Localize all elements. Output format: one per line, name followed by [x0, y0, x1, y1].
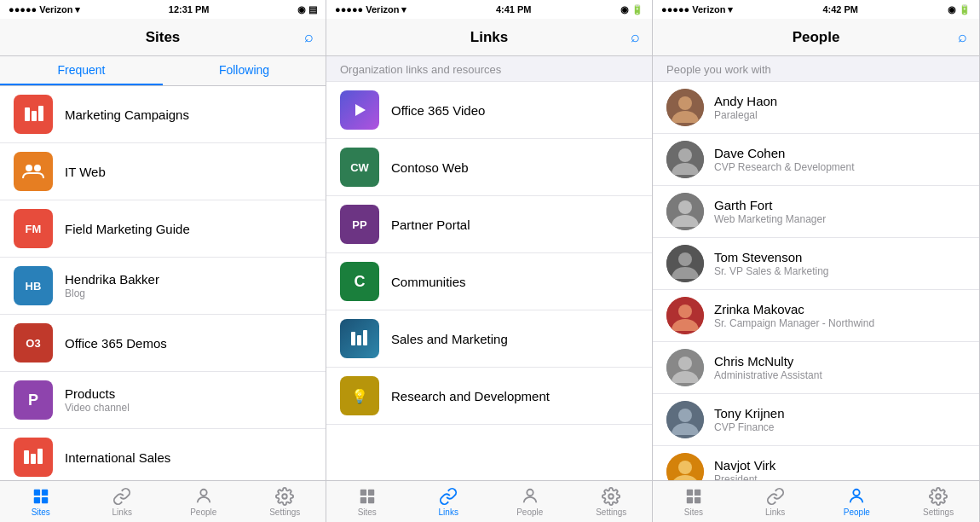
link-text-partner: Partner Portal — [391, 218, 470, 232]
site-icon-o365: O3 — [14, 323, 53, 362]
svg-rect-6 — [31, 454, 36, 464]
svg-rect-1 — [32, 111, 37, 121]
sites-nav-bar: Sites ⌕ — [0, 19, 326, 56]
tab-links-people[interactable]: People — [489, 481, 571, 522]
sites-search-icon[interactable]: ⌕ — [304, 28, 314, 46]
people-tab-bar: Sites Links People Settings — [653, 480, 979, 522]
site-text-itweb: IT Web — [65, 165, 106, 179]
avatar-tony — [666, 401, 704, 438]
links-panel: ●●●●● Verizon ▾ 4:41 PM ◉ 🔋 Links ⌕ Orga… — [326, 0, 653, 522]
tab-links[interactable]: Links — [82, 481, 164, 522]
tab-sites[interactable]: Sites — [0, 481, 82, 522]
site-icon-itweb — [14, 152, 53, 191]
site-text-marketing: Marketing Campaigns — [65, 107, 189, 122]
link-title-partner: Partner Portal — [391, 218, 470, 232]
list-item[interactable]: 💡 Research and Development — [326, 368, 652, 425]
sites-panel: ●●●●● Verizon ▾ 12:31 PM ◉ ▤ Sites ⌕ Fre… — [0, 0, 326, 522]
svg-point-30 — [678, 200, 692, 214]
people-carrier: ●●●●● Verizon ▾ — [661, 4, 733, 15]
site-icon-intl — [14, 438, 53, 477]
tab-people[interactable]: People — [163, 481, 245, 522]
sites-tab-following[interactable]: Following — [163, 56, 326, 85]
tab-people-links[interactable]: Links — [735, 481, 816, 522]
links-search-icon[interactable]: ⌕ — [631, 28, 640, 46]
people-search-icon[interactable]: ⌕ — [958, 28, 967, 46]
person-name-zrinka: Zrinka Makovac — [714, 302, 874, 316]
svg-point-23 — [527, 489, 533, 495]
svg-point-24 — [609, 494, 614, 499]
sites-segment-bar: Frequent Following — [0, 56, 326, 86]
site-title-hendrika: Hendrika Bakker — [65, 272, 159, 287]
svg-rect-10 — [34, 489, 40, 495]
svg-rect-12 — [34, 496, 40, 502]
site-subtitle-products: Video channel — [65, 402, 130, 414]
list-item[interactable]: Sales and Marketing — [326, 310, 652, 368]
list-item[interactable]: FM Field Marketing Guide — [0, 200, 326, 258]
list-item[interactable]: Tony Krijnen CVP Finance — [653, 394, 979, 446]
link-title-researchdev: Research and Development — [391, 389, 550, 403]
svg-rect-2 — [38, 106, 43, 121]
list-item[interactable]: HB Hendrika Bakker Blog — [0, 258, 326, 315]
svg-rect-20 — [368, 489, 374, 495]
person-title-zrinka: Sr. Campaign Manager - Northwind — [714, 317, 874, 329]
svg-rect-13 — [42, 496, 48, 502]
site-title-marketing: Marketing Campaigns — [65, 107, 189, 122]
list-item[interactable]: Garth Fort Web Marketing Manager — [653, 186, 979, 238]
person-info-andy: Andy Haon Paralegal — [714, 94, 777, 121]
list-item[interactable]: Office 365 Video — [326, 82, 652, 139]
list-item[interactable]: IT Web — [0, 143, 326, 200]
tab-links-settings[interactable]: Settings — [571, 481, 653, 522]
list-item[interactable]: Zrinka Makovac Sr. Campaign Manager - No… — [653, 290, 979, 342]
list-item[interactable]: Dave Cohen CVP Research & Development — [653, 134, 979, 186]
avatar-dave — [666, 141, 704, 178]
people-panel: ●●●●● Verizon ▾ 4:42 PM ◉ 🔋 People ⌕ Peo… — [653, 0, 980, 522]
link-icon-contoso: CW — [340, 148, 379, 187]
tab-settings[interactable]: Settings — [245, 481, 326, 522]
tab-links-links[interactable]: Links — [408, 481, 490, 522]
list-item[interactable]: Andy Haon Paralegal — [653, 82, 979, 134]
person-name-garth: Garth Fort — [714, 198, 826, 212]
list-item[interactable]: P Products Video channel — [0, 372, 326, 429]
link-title-o365video: Office 365 Video — [391, 103, 485, 118]
person-name-navjot: Navjot Virk — [714, 458, 775, 473]
tab-links-sites[interactable]: Sites — [326, 481, 408, 522]
list-item[interactable]: International Sales — [0, 429, 326, 480]
person-title-navjot: President — [714, 473, 775, 480]
list-item[interactable]: O3 Office 365 Demos — [0, 315, 326, 372]
tab-people-people[interactable]: People — [816, 481, 898, 522]
links-status-bar: ●●●●● Verizon ▾ 4:41 PM ◉ 🔋 — [326, 0, 652, 19]
tab-people-sites[interactable]: Sites — [653, 481, 735, 522]
list-item[interactable]: Marketing Campaigns — [0, 86, 326, 143]
person-info-tom: Tom Stevenson Sr. VP Sales & Marketing — [714, 250, 829, 277]
list-item[interactable]: C Communities — [326, 253, 652, 310]
list-item[interactable]: Chris McNulty Administrative Assistant — [653, 342, 979, 394]
site-title-itweb: IT Web — [65, 165, 106, 179]
people-section-header: People you work with — [653, 56, 979, 82]
sites-battery-icons: ◉ ▤ — [297, 4, 317, 15]
site-title-field: Field Marketing Guide — [65, 222, 190, 236]
site-text-o365: Office 365 Demos — [65, 336, 167, 351]
sites-tab-frequent[interactable]: Frequent — [0, 56, 163, 85]
sites-status-bar: ●●●●● Verizon ▾ 12:31 PM ◉ ▤ — [0, 0, 326, 19]
list-item[interactable]: Tom Stevenson Sr. VP Sales & Marketing — [653, 238, 979, 290]
person-info-chris: Chris McNulty Administrative Assistant — [714, 354, 822, 381]
people-title: People — [793, 29, 840, 46]
list-item[interactable]: PP Partner Portal — [326, 196, 652, 253]
link-text-contoso: Contoso Web — [391, 160, 469, 175]
svg-point-15 — [283, 494, 288, 499]
site-icon-hendrika: HB — [14, 266, 53, 305]
list-item[interactable]: CW Contoso Web — [326, 139, 652, 196]
person-title-tony: CVP Finance — [714, 421, 785, 433]
svg-point-32 — [678, 252, 692, 266]
link-icon-o365video — [340, 90, 379, 130]
tab-people-settings[interactable]: Settings — [897, 481, 979, 522]
link-text-communities: Communities — [391, 275, 466, 289]
sites-time: 12:31 PM — [169, 4, 210, 14]
person-title-tom: Sr. VP Sales & Marketing — [714, 265, 829, 277]
links-nav-bar: Links ⌕ — [326, 19, 652, 56]
list-item[interactable]: Navjot Virk President — [653, 446, 979, 480]
link-icon-partner: PP — [340, 205, 379, 244]
svg-rect-0 — [25, 107, 30, 121]
links-tab-bar: Sites Links People Settings — [326, 480, 652, 522]
sites-list: Marketing Campaigns IT Web FM Field Mark… — [0, 86, 326, 480]
